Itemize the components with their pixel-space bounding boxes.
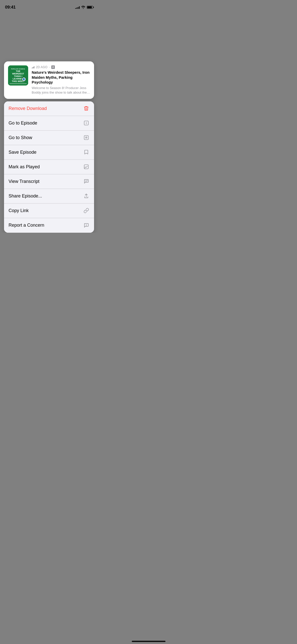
link-icon	[83, 207, 90, 214]
share-episode-button[interactable]: Share Episode...	[4, 189, 94, 204]
copy-link-button[interactable]: Copy Link	[4, 204, 94, 218]
battery-icon	[87, 6, 93, 9]
episode-card: Popular Science THEWEIRDESTTHING ILEARNE…	[4, 61, 94, 99]
copy-link-label: Copy Link	[9, 208, 29, 213]
share-episode-label: Share Episode...	[9, 193, 42, 199]
podcast-icon	[83, 134, 90, 141]
report-concern-button[interactable]: Report a Concern	[4, 218, 94, 233]
report-concern-label: Report a Concern	[9, 223, 44, 228]
save-episode-button[interactable]: Save Episode	[4, 145, 94, 160]
view-transcript-button[interactable]: View Transcript	[4, 174, 94, 189]
episode-title: Nature's Weirdest Sleepers, Iron Maiden …	[32, 70, 90, 85]
go-to-episode-label: Go to Episode	[9, 120, 37, 126]
share-icon	[83, 193, 90, 199]
main-content: Popular Science THEWEIRDESTTHING ILEARNE…	[0, 61, 98, 233]
mark-as-played-label: Mark as Played	[9, 164, 40, 170]
status-time: 09:41	[5, 5, 16, 10]
episode-age: 2D AGO	[36, 65, 48, 69]
go-to-show-label: Go to Show	[9, 135, 32, 140]
view-transcript-label: View Transcript	[9, 179, 39, 184]
info-square-icon	[83, 120, 90, 126]
context-menu: Remove Download Go to Episode Go to Show	[4, 101, 94, 233]
go-to-show-button[interactable]: Go to Show	[4, 131, 94, 145]
artwork-label: Popular Science	[11, 68, 25, 70]
signal-small-icon	[32, 66, 34, 68]
episode-artwork: Popular Science THEWEIRDESTTHING ILEARNE…	[8, 65, 28, 86]
wifi-icon	[81, 6, 85, 9]
episode-info: 2D AGO · E Nature's Weirdest Sleepers, I…	[32, 65, 90, 95]
artwork-eye	[22, 77, 26, 82]
trash-icon	[83, 105, 90, 112]
quote-bubble-icon	[83, 178, 90, 185]
explicit-badge: E	[51, 65, 55, 69]
mark-as-played-button[interactable]: Mark as Played	[4, 160, 94, 174]
episode-meta: 2D AGO · E	[32, 65, 90, 69]
status-icons	[75, 6, 93, 9]
remove-download-button[interactable]: Remove Download	[4, 101, 94, 116]
remove-download-label: Remove Download	[9, 106, 47, 111]
checkmark-square-icon	[83, 164, 90, 170]
svg-rect-4	[84, 165, 89, 169]
episode-description: Welcome to Season 8! Producer Jess Boddy…	[32, 86, 90, 95]
go-to-episode-button[interactable]: Go to Episode	[4, 116, 94, 131]
save-episode-label: Save Episode	[9, 150, 36, 155]
svg-point-3	[86, 137, 87, 138]
signal-icon	[75, 6, 80, 9]
bookmark-icon	[83, 149, 90, 155]
report-bubble-icon	[83, 222, 90, 229]
status-bar: 09:41	[0, 0, 98, 11]
